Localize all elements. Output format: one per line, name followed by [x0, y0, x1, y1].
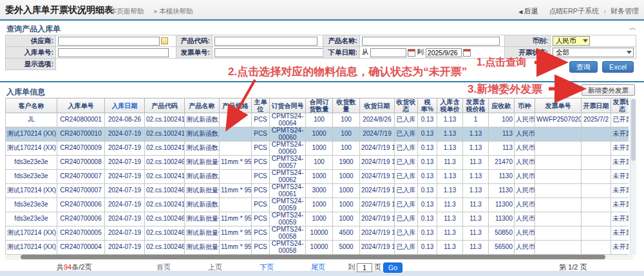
cell-receipt_no: CR240700010 — [57, 127, 105, 142]
goto-page-input[interactable] — [357, 263, 372, 272]
cell-product_spec: 11mm * 95m — [220, 184, 252, 198]
cell-unit: PCS — [252, 142, 270, 156]
invoice-no-input[interactable] — [214, 48, 323, 57]
cell-received_status: 已入库 — [395, 198, 418, 212]
cell-received_qty: 1000 — [333, 212, 360, 226]
cell-receipt_date: 2024-07-19 — [105, 198, 145, 212]
cell-receipt_date: 2024-07-19 — [105, 212, 145, 226]
horizontal-scrollbar-thumb[interactable] — [21, 255, 605, 259]
date-to-prefix: 到 — [417, 48, 424, 55]
supplier-input[interactable] — [58, 37, 160, 46]
table-row[interactable]: JLCR2408000012024-08-2602.cs.100241测试新函数… — [6, 113, 629, 127]
cell-receipt_date: 2024-07-19 — [105, 226, 145, 241]
breadcrumb-system[interactable]: 点晴ERP子系统 — [549, 7, 600, 15]
table-row[interactable]: fds3e23e3eCR2407000072024-07-1902.cs.100… — [6, 170, 629, 184]
cell-receivable: 21470 — [489, 156, 515, 170]
cell-tax_rate: 0.13 — [418, 170, 437, 184]
prev-page-link[interactable]: 上页 — [208, 262, 222, 272]
next-page-link[interactable]: 下页 — [260, 262, 274, 272]
goto-suffix: 页 — [374, 263, 381, 271]
cell-received_date: 2024/7/19 10 — [360, 170, 395, 184]
invoice-status-label: 开票状态: — [505, 47, 551, 59]
cell-contract_no: CPMTS24-00059 — [270, 198, 306, 212]
search-section-title: 查询产品入库单 — [6, 24, 61, 35]
cell-receipt_no: CR240700008 — [57, 156, 105, 170]
back-arrow-icon: ◀ — [518, 9, 522, 15]
cell-receivable: 56500 — [489, 241, 515, 255]
last-page-link[interactable]: 尾页 — [311, 262, 325, 272]
query-button[interactable]: 查询 — [569, 61, 598, 73]
cell-contract_no: CPMTS24-00057 — [270, 156, 306, 170]
excel-export-button[interactable]: Excel — [602, 61, 634, 73]
cell-unit: PCS — [252, 184, 270, 198]
cell-invoice_date — [582, 212, 611, 226]
cell-currency: 人民币 — [515, 198, 535, 212]
product-code-label: 产品代码: — [176, 35, 213, 47]
date-from-input[interactable] — [370, 48, 406, 57]
table-header-row: 客户名称入库单号入库日期产品代码产品名称产品规格主单位订货合同号合同订货数量收货… — [6, 98, 629, 113]
horizontal-scrollbar[interactable] — [5, 255, 634, 260]
calendar-icon[interactable] — [408, 49, 415, 57]
page-help-link[interactable]: » 本页面帮助 — [104, 7, 144, 15]
cell-invoice_date — [582, 170, 611, 184]
date-from-prefix: 从 — [362, 48, 369, 55]
product-name-input[interactable] — [362, 37, 500, 46]
cell-customer: fds3e23e3e — [6, 212, 57, 226]
cell-customer: fds3e23e3e — [6, 156, 57, 170]
product-code-input[interactable] — [214, 37, 317, 46]
cell-invoice_status: 未开票 — [611, 212, 629, 226]
go-button[interactable]: Go — [383, 262, 402, 273]
receipt-no-input[interactable] — [58, 48, 169, 57]
cell-receipt_date: 2024-07-19 — [105, 156, 145, 170]
cell-receipt_no: CR240700006 — [57, 198, 105, 212]
invoice-status-select[interactable]: 全部 — [553, 48, 634, 57]
cell-invoice_status: 未开票 — [611, 127, 629, 142]
cell-unit_price: 11.3 — [437, 226, 463, 241]
vertical-scrollbar[interactable] — [630, 98, 636, 255]
table-row[interactable]: 测试170214 (XX)CR2407000042024-07-1902.cs.… — [6, 241, 629, 255]
cell-product_spec — [220, 198, 252, 212]
add-outsource-invoice-button[interactable]: 新增委外发票 — [582, 84, 635, 96]
calendar-icon[interactable] — [463, 49, 471, 57]
cell-unit_price: 11.3 — [437, 212, 463, 226]
table-row[interactable]: 测试170214 (XX)CR2407000052024-07-1902.cs.… — [6, 226, 629, 241]
first-page-link[interactable]: 首页 — [156, 262, 171, 272]
column-header-product_code: 产品代码 — [145, 98, 185, 113]
display-option-label: 显示选项: — [6, 59, 56, 70]
cell-invoice_price: 11.3 — [463, 241, 489, 255]
total-records-text: 共94条/2页 — [57, 262, 91, 272]
back-button[interactable]: ◀后退 — [518, 7, 538, 15]
table-row[interactable]: 测试170214 (XX)CR2407000072024-07-1902.cs.… — [6, 184, 629, 198]
cell-receipt_no: CR240700007 — [57, 170, 105, 184]
table-row[interactable]: 测试170214 (XX)CR2407000102024-07-1902.cs.… — [6, 127, 629, 142]
top-right-nav: ◀后退 点晴ERP子系统 › 财务管理 — [518, 6, 639, 16]
supplier-picker-icon[interactable] — [161, 37, 168, 44]
collapse-panel-icon[interactable]: ︽ — [629, 23, 636, 32]
cell-product_code: 02.cs.100241 — [145, 127, 185, 142]
table-row[interactable]: fds3e23e3eCR2407000062024-07-1902.cs.100… — [6, 198, 629, 212]
cell-invoice_price: 1.13 — [463, 170, 489, 184]
cell-invoice_date — [582, 184, 611, 198]
cell-received_status: 已入库 — [395, 184, 418, 198]
cell-receipt_date: 2024-07-19 — [105, 127, 145, 142]
table-row[interactable]: 测试170214 (XX)CR2407000092024-07-1902.cs.… — [6, 142, 629, 156]
cell-invoice_price: 11.3 — [463, 226, 489, 241]
cell-received_qty: 1900 — [333, 156, 360, 170]
table-row[interactable]: fds3e23e3eCR2407000062024-07-1902.cs.100… — [6, 212, 629, 226]
vertical-scrollbar-thumb[interactable] — [631, 99, 636, 161]
cell-customer: 测试170214 (XX) — [6, 184, 57, 198]
column-header-receipt_date[interactable]: 入库日期 — [105, 98, 145, 113]
cell-received_qty: 100 — [333, 127, 360, 142]
cell-tax_rate: 0.13 — [418, 142, 437, 156]
search-panel: 查询产品入库单 ︽ 供应商: 产品代码: 产品名称: 币别: 人民币 入库单号:… — [0, 21, 644, 81]
cell-currency: 人民币 — [515, 113, 535, 127]
table-row[interactable]: fds3e23e3eCR2407000082024-07-1902.cs.100… — [6, 156, 629, 170]
breadcrumb-module[interactable]: 财务管理 — [611, 7, 639, 15]
cell-invoice_status: 未开票 — [611, 142, 629, 156]
date-to-input[interactable] — [426, 48, 462, 57]
currency-label: 币别: — [505, 35, 551, 47]
cell-contract_qty: 1000 — [306, 198, 333, 212]
breadcrumb-separator: › — [603, 7, 606, 15]
module-help-link[interactable]: » 本模块帮助 — [153, 7, 193, 15]
currency-select[interactable]: 人民币 — [553, 36, 590, 46]
